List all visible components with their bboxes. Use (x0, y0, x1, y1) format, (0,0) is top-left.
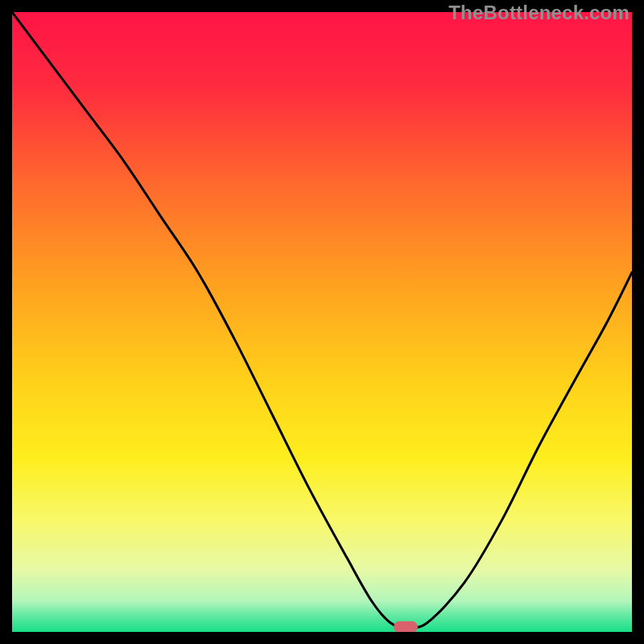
chart-plot-area (12, 12, 632, 632)
watermark-text: TheBottleneck.com (448, 2, 630, 24)
chart-svg (12, 12, 632, 632)
chart-background-gradient (12, 12, 632, 632)
chart-frame: TheBottleneck.com (0, 0, 644, 644)
optimal-point-marker (394, 621, 418, 632)
